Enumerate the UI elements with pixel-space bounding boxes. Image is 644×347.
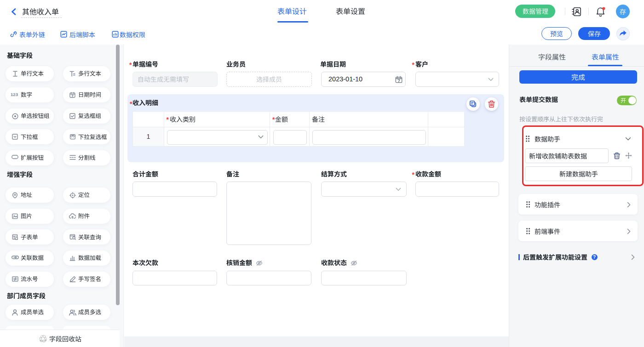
svg-text:123: 123 bbox=[11, 92, 18, 97]
